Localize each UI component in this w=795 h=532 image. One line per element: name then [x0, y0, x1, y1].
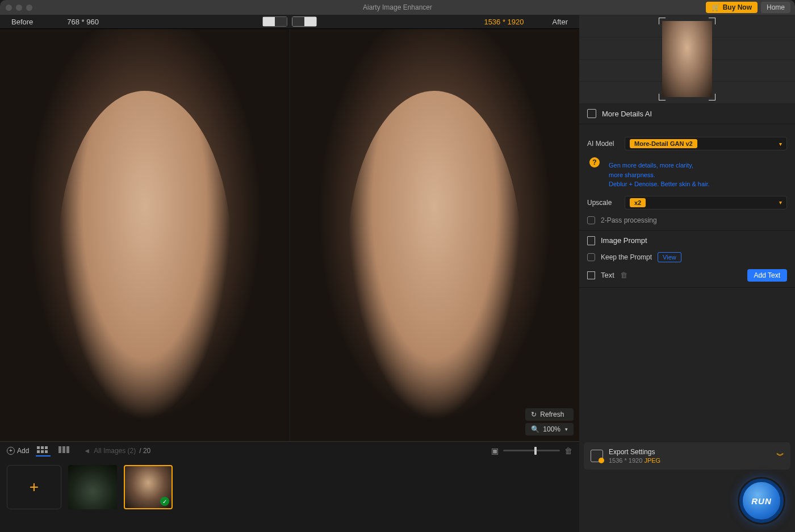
after-dimensions: 1536 * 1920 — [484, 18, 524, 26]
two-pass-checkbox[interactable] — [587, 216, 595, 224]
view-mode-left[interactable] — [262, 16, 287, 27]
export-icon — [591, 450, 603, 462]
export-format: JPEG — [644, 457, 660, 464]
traffic-lights — [6, 5, 32, 11]
run-button[interactable]: RUN — [739, 479, 784, 523]
ai-model-select[interactable]: More-Detail GAN v2 ▾ — [625, 137, 787, 150]
chevron-down-icon: ▾ — [779, 141, 782, 147]
upscale-value: x2 — [630, 198, 646, 207]
add-thumb-tile[interactable]: + — [7, 465, 61, 509]
zoom-dot[interactable] — [26, 5, 32, 11]
keep-prompt-label: Keep the Prompt — [601, 253, 652, 261]
zoom-button[interactable]: 🔍100%▾ — [525, 423, 574, 435]
text-icon — [587, 271, 595, 279]
help-icon[interactable]: ? — [589, 157, 600, 167]
thumbnail-strip: + ✓ — [0, 459, 579, 532]
upscale-select[interactable]: x2 ▾ — [625, 196, 787, 210]
model-desc-3: Deblur + Denoise. Better skin & hair. — [609, 179, 710, 189]
refresh-button[interactable]: ↻Refresh — [525, 408, 574, 421]
chevron-down-icon: ▾ — [565, 426, 568, 432]
thumbnail-1[interactable] — [68, 465, 117, 509]
app-title: Aiarty Image Enhancer — [363, 3, 432, 11]
section-more-details: More Details AI — [602, 110, 652, 118]
model-desc-2: more sharpness. — [609, 170, 710, 180]
add-label: Add — [17, 447, 29, 455]
thumb-size-slider[interactable] — [503, 450, 560, 451]
settings-sidebar: More Details AI AI Model More-Detail GAN… — [579, 15, 795, 532]
export-settings-bar[interactable]: Export Settings 1536 * 1920 JPEG ︽ — [584, 442, 790, 470]
view-mode-split[interactable] — [292, 16, 317, 27]
navigator-preview[interactable] — [579, 15, 795, 103]
before-label: Before — [11, 18, 33, 26]
refresh-label: Refresh — [540, 410, 564, 418]
check-icon: ✓ — [160, 497, 169, 506]
before-dimensions: 768 * 960 — [67, 18, 99, 26]
zoom-value: 100% — [543, 425, 560, 433]
compare-infobar: Before 768 * 960 1536 * 1920 After — [0, 15, 579, 29]
export-dims: 1536 * 1920 — [609, 457, 642, 464]
row-view-toggle[interactable] — [57, 445, 72, 456]
document-icon — [587, 236, 595, 245]
grid-view-toggle[interactable] — [36, 445, 51, 456]
upscale-label: Upscale — [587, 199, 619, 207]
text-label: Text — [601, 271, 614, 279]
delete-icon[interactable]: 🗑 — [564, 446, 572, 455]
breadcrumb-text: All Images (2) — [94, 447, 136, 455]
after-image[interactable]: ↻Refresh 🔍100%▾ — [290, 29, 580, 441]
keep-prompt-checkbox[interactable] — [587, 253, 595, 261]
chevron-down-icon: ▾ — [779, 199, 782, 206]
buy-now-button[interactable]: 🛒 Buy Now — [706, 2, 758, 13]
details-icon — [587, 109, 596, 118]
close-dot[interactable] — [6, 5, 12, 11]
ai-model-value: More-Detail GAN v2 — [630, 139, 697, 148]
before-image[interactable] — [0, 29, 290, 441]
plus-icon: + — [7, 447, 15, 455]
refresh-icon: ↻ — [531, 410, 537, 418]
breadcrumb[interactable]: ◄ All Images (2) / 20 — [83, 447, 150, 455]
export-title: Export Settings — [609, 448, 660, 456]
compare-viewport[interactable]: ↻Refresh 🔍100%▾ — [0, 29, 579, 441]
model-desc-1: Gen more details, more clarity, — [609, 161, 710, 170]
trash-icon[interactable]: 🗑 — [620, 271, 627, 279]
cart-icon: 🛒 — [712, 3, 720, 11]
after-label: After — [553, 18, 568, 26]
magnifier-icon: 🔍 — [531, 425, 539, 433]
ai-model-label: AI Model — [587, 140, 619, 148]
thumb-toolbar: +Add ◄ All Images (2) / 20 ▣ 🗑 — [0, 441, 579, 459]
home-button[interactable]: Home — [761, 2, 790, 13]
buy-label: Buy Now — [723, 3, 752, 11]
view-prompt-button[interactable]: View — [658, 252, 681, 262]
titlebar: Aiarty Image Enhancer 🛒 Buy Now Home — [0, 0, 795, 15]
thumbnail-2[interactable]: ✓ — [124, 465, 173, 509]
chevron-up-icon: ︽ — [776, 451, 784, 461]
two-pass-label: 2-Pass processing — [601, 216, 657, 224]
add-text-button[interactable]: Add Text — [747, 269, 787, 282]
breadcrumb-count: / 20 — [139, 447, 150, 455]
section-image-prompt: Image Prompt — [601, 236, 647, 245]
image-size-icon: ▣ — [491, 446, 499, 455]
back-arrow-icon[interactable]: ◄ — [83, 447, 90, 455]
add-image-button[interactable]: +Add — [7, 447, 29, 455]
minimize-dot[interactable] — [16, 5, 22, 11]
